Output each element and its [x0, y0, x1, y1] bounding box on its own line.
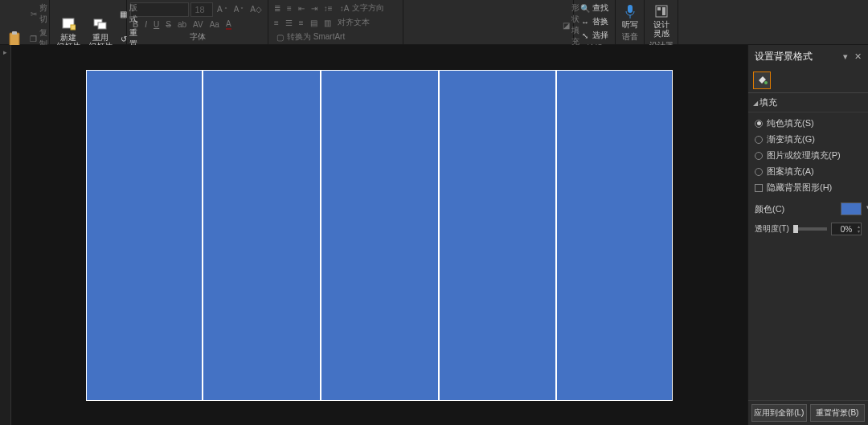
color-picker-button[interactable] [841, 202, 862, 215]
smartart-icon: ▢ [274, 31, 285, 43]
reuse-slide-icon [92, 16, 108, 32]
svg-rect-13 [662, 7, 665, 15]
slide[interactable] [86, 70, 673, 401]
cut-button[interactable]: ✂剪切 [27, 2, 53, 26]
bold-button[interactable]: B [130, 19, 141, 30]
picture-fill-radio[interactable]: 图片或纹理填充(P) [755, 149, 862, 161]
line-spacing-button[interactable]: ↕≡ [321, 3, 335, 14]
transparency-slider[interactable] [793, 227, 827, 231]
table-column[interactable] [557, 71, 672, 400]
reset-bg-button[interactable]: 重置背景(B) [810, 404, 866, 422]
slider-thumb[interactable] [793, 225, 798, 233]
shadow-button[interactable]: ab [175, 19, 189, 30]
indent-inc-button[interactable]: ⇥ [309, 3, 320, 14]
svg-point-14 [764, 81, 768, 84]
fill-section-header[interactable]: 填充 [748, 93, 868, 112]
solid-fill-radio[interactable]: 纯色填充(S) [755, 117, 862, 129]
group-font: 18 A˄ A˅ A◇ B I U S ab AV Aa A 字体 [127, 0, 268, 44]
dictate-button[interactable]: 听写 [619, 2, 641, 31]
pane-tabs [748, 68, 868, 93]
indent-dec-button[interactable]: ⇤ [296, 3, 307, 14]
table-column[interactable] [87, 71, 203, 400]
pane-close-icon[interactable]: ✕ [854, 51, 862, 62]
pane-footer: 应用到全部(L) 重置背景(B) [748, 400, 868, 425]
apply-all-button[interactable]: 应用到全部(L) [751, 404, 807, 422]
group-designer: 设计 灵感 设计器 [645, 0, 678, 44]
transparency-label: 透明度(T) [755, 223, 789, 235]
chevron-right-icon: ▸ [3, 48, 7, 56]
increase-font-button[interactable]: A˄ [215, 4, 230, 14]
copy-icon: ❐ [30, 33, 38, 44]
table-column[interactable] [321, 71, 440, 400]
pattern-fill-radio[interactable]: 图案填充(A) [755, 166, 862, 178]
align-left-button[interactable]: ≡ [272, 18, 281, 28]
svg-rect-9 [628, 5, 633, 13]
pane-header: 设置背景格式 ▾ ✕ [748, 45, 868, 68]
group-drawing: ＼ ▭ ▢ ⇨ ⇩ ○ △ ↘ ↳ ☆ { } ◇ ⬡ ⇦ ⇧ ✚ ☁ ( ) [403, 0, 574, 44]
smartart-button[interactable]: ▢转换为 SmartArt [272, 31, 347, 43]
svg-rect-3 [71, 25, 76, 30]
paint-bucket-icon [756, 75, 768, 86]
group-paragraph: ≣ ≡ ⇤ ⇥ ↕≡ ↕A文字方向 ≡ ☰ ≡ ▤ ▥ 对齐文本 ▢转换为 Sm… [268, 0, 403, 44]
pane-body: 纯色填充(S) 渐变填充(G) 图片或纹理填充(P) 图案填充(A) 隐藏背景图… [748, 112, 868, 400]
columns-button[interactable]: ▥ [321, 18, 334, 28]
svg-rect-5 [98, 22, 106, 29]
color-label: 颜色(C) [755, 203, 784, 215]
text-direction-button[interactable]: ↕A文字方向 [337, 2, 387, 14]
transparency-spinner[interactable]: 0% [831, 223, 862, 235]
font-color-icon: A [226, 19, 231, 30]
bucket-icon: ◪ [563, 19, 570, 31]
scissors-icon: ✂ [30, 8, 38, 19]
radio-icon [755, 120, 763, 128]
justify-button[interactable]: ▤ [308, 18, 320, 28]
group-label-voice: 语音 [619, 31, 641, 44]
hide-bg-checkbox[interactable]: 隐藏背景图形(H) [755, 182, 862, 194]
svg-rect-1 [12, 31, 17, 35]
group-label-font: 字体 [130, 31, 264, 44]
radio-icon [755, 152, 763, 160]
svg-rect-12 [657, 7, 661, 10]
bullets-button[interactable]: ≣ [272, 3, 283, 14]
align-text-button[interactable]: 对齐文本 [335, 16, 372, 29]
group-clipboard: 粘贴 ✂剪切 ❐复制 ✎格式刷 剪贴板 [0, 0, 50, 44]
underline-button[interactable]: U [151, 19, 162, 30]
numbering-button[interactable]: ≡ [285, 3, 294, 14]
ribbon: 粘贴 ✂剪切 ❐复制 ✎格式刷 剪贴板 新建 幻灯片 重用 幻灯片 ▦版式 ↺重… [0, 0, 868, 45]
spacing-button[interactable]: AV [190, 19, 206, 30]
mic-icon [622, 3, 638, 19]
italic-button[interactable]: I [142, 19, 149, 30]
decrease-font-button[interactable]: A˅ [231, 4, 247, 14]
fill-tab[interactable] [753, 72, 771, 89]
font-color-button[interactable]: A [223, 18, 234, 31]
slide-canvas[interactable] [11, 45, 747, 425]
strike-button[interactable]: S [163, 19, 174, 30]
pane-dropdown-icon[interactable]: ▾ [843, 51, 848, 62]
table-column[interactable] [440, 71, 557, 400]
align-center-button[interactable]: ☰ [283, 18, 295, 28]
change-case-button[interactable]: Aa [207, 19, 222, 30]
format-background-pane: 设置背景格式 ▾ ✕ 填充 纯色填充(S) 渐变填充(G) 图片或纹理填充(P)… [747, 45, 868, 425]
align-right-button[interactable]: ≡ [297, 18, 306, 28]
font-name-combo[interactable] [130, 2, 189, 17]
clear-format-button[interactable]: A◇ [248, 4, 264, 14]
font-size-combo[interactable]: 18 [190, 2, 213, 17]
main-area: ▸ 设置背景格式 ▾ ✕ 填充 纯色填充(S) 渐变填充(G) 图 [0, 45, 868, 425]
svg-rect-0 [10, 33, 19, 46]
group-slides: 新建 幻灯片 重用 幻灯片 ▦版式 ↺重置 ▤节 幻灯片 [50, 0, 127, 44]
gradient-fill-radio[interactable]: 渐变填充(G) [755, 133, 862, 145]
design-ideas-button[interactable]: 设计 灵感 [650, 2, 673, 39]
radio-icon [755, 168, 763, 176]
radio-icon [755, 136, 763, 144]
pane-title: 设置背景格式 [755, 50, 813, 63]
text-direction-icon: ↕A [339, 2, 350, 14]
table-column[interactable] [203, 71, 321, 400]
new-slide-icon [60, 16, 76, 32]
group-voice: 听写 语音 [616, 0, 645, 44]
checkbox-icon [755, 184, 763, 192]
slide-thumbnails-collapsed[interactable]: ▸ [0, 45, 11, 425]
design-icon [653, 3, 669, 19]
